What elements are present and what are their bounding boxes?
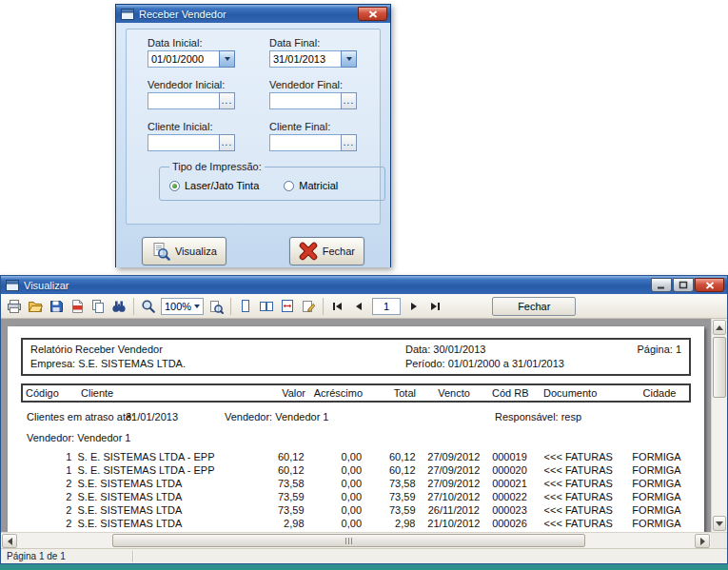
fechar-button[interactable]: Fechar	[289, 237, 364, 265]
vendedor-inicial-label: Vendedor Inicial:	[148, 79, 235, 90]
data-final-input[interactable]	[269, 50, 341, 68]
cell-valor: 2,98	[253, 517, 306, 530]
single-page-icon	[238, 299, 253, 314]
report-table-row: 2 S.E. SISTEMAS LTDA 73,58 0,00 73,58 27…	[19, 477, 693, 490]
desktop: Receber Vendedor Data Inicial: Data	[0, 0, 728, 570]
close-icon	[705, 282, 715, 289]
field-cliente-inicial: Cliente Inicial: ...	[148, 121, 235, 151]
pdf-export-button[interactable]	[68, 297, 87, 316]
zoom-button[interactable]	[139, 297, 158, 316]
page-multi-button[interactable]	[257, 297, 276, 316]
radio-laser-jato-tinta[interactable]: Laser/Jato Tinta	[169, 180, 259, 191]
visualiza-button[interactable]: Visualiza	[142, 237, 226, 265]
receber-vendedor-window: Receber Vendedor Data Inicial: Data	[115, 4, 391, 267]
page-single-button[interactable]	[236, 297, 255, 316]
dialog-close-button[interactable]	[358, 7, 387, 21]
cell-documento: <<< FATURAS	[541, 503, 630, 517]
toolbar-separator	[323, 298, 324, 315]
first-page-button[interactable]	[328, 297, 347, 316]
cell-vencto: 27/09/2012	[419, 477, 490, 490]
cell-total: 60,12	[364, 450, 418, 463]
page-width-icon	[280, 299, 295, 314]
cell-codigo: 1	[19, 450, 74, 463]
subtotal-acrescimo: 0,00	[307, 530, 365, 532]
cell-cidade: FORMIGA	[629, 477, 693, 490]
vertical-scroll-thumb[interactable]	[713, 337, 726, 398]
multi-page-icon	[259, 299, 274, 314]
cell-cidade: FORMIGA	[629, 503, 693, 517]
report-rows: 1 S. E. SISTEMAS LTDA - EPP 60,12 0,00 6…	[19, 450, 693, 530]
cliente-final-lookup-button[interactable]: ...	[341, 134, 357, 151]
cliente-inicial-input[interactable]	[148, 134, 219, 151]
horizontal-scroll-thumb[interactable]	[112, 534, 585, 547]
viewer-titlebar[interactable]: Visualizar	[1, 276, 727, 294]
last-page-icon	[428, 300, 442, 313]
data-inicial-input[interactable]	[148, 50, 219, 68]
report-page: Relatório Receber Vendedor Data: 30/01/2…	[8, 326, 704, 532]
visualizar-window: Visualizar	[0, 275, 728, 564]
cell-valor: 73,59	[253, 503, 306, 517]
zoom-page-button[interactable]	[207, 297, 226, 316]
radio-matricial[interactable]: Matricial	[284, 180, 338, 191]
cell-documento: <<< FATURAS	[541, 477, 630, 490]
scroll-down-button[interactable]	[713, 516, 726, 531]
cliente-final-input[interactable]	[269, 134, 341, 151]
next-page-icon	[407, 300, 421, 313]
cell-valor: 60,12	[253, 450, 306, 463]
atraso-label: Clientes em atraso até:	[27, 411, 134, 423]
open-folder-icon	[28, 299, 43, 314]
edit-page-button[interactable]	[299, 297, 318, 316]
prev-page-button[interactable]	[349, 297, 368, 316]
maximize-button[interactable]	[673, 278, 694, 292]
print-button[interactable]	[5, 297, 24, 316]
dialog-titlebar[interactable]: Receber Vendedor	[116, 5, 390, 23]
radio-icon	[284, 181, 294, 191]
report-table-row: 2 S.E. SISTEMAS LTDA 73,59 0,00 73,59 26…	[19, 503, 693, 517]
page-width-button[interactable]	[278, 297, 297, 316]
copy-button[interactable]	[89, 297, 108, 316]
data-final-dropdown-button[interactable]	[341, 50, 357, 68]
search-button[interactable]	[109, 297, 128, 316]
cell-total: 73,59	[364, 503, 418, 517]
viewer-title: Visualizar	[24, 280, 650, 291]
cell-valor: 60,12	[253, 463, 306, 477]
binoculars-icon	[111, 299, 127, 314]
scroll-right-button[interactable]	[695, 534, 710, 548]
last-page-button[interactable]	[425, 297, 444, 316]
save-button[interactable]	[47, 297, 66, 316]
open-button[interactable]	[26, 297, 45, 316]
field-vendedor-final: Vendedor Final: ...	[269, 79, 357, 109]
vendedor-inicial-input[interactable]	[148, 92, 219, 109]
horizontal-scroll-track[interactable]	[18, 533, 694, 548]
vendedor-inicial-lookup-button[interactable]: ...	[219, 92, 235, 109]
report-header-box: Relatório Receber Vendedor Data: 30/01/2…	[21, 338, 691, 376]
col-header-codigo: Código	[23, 385, 78, 401]
ellipsis-icon: ...	[344, 97, 354, 105]
scroll-up-button[interactable]	[713, 320, 726, 335]
cell-cod-rb: 000021	[489, 477, 541, 490]
cell-cidade: FORMIGA	[629, 517, 693, 530]
zoom-select[interactable]: 100%	[161, 298, 204, 315]
field-cliente-final: Cliente Final: ...	[269, 121, 357, 151]
data-inicial-label: Data Inicial:	[148, 37, 235, 49]
data-inicial-dropdown-button[interactable]	[219, 50, 235, 68]
ellipsis-icon: ...	[344, 139, 354, 147]
minimize-icon	[657, 282, 666, 289]
status-page-text: Página 1 de 1	[7, 551, 66, 561]
viewer-close-button[interactable]	[695, 278, 724, 292]
cell-cidade: FORMIGA	[629, 490, 693, 503]
report-table-row: 1 S. E. SISTEMAS LTDA - EPP 60,12 0,00 6…	[19, 463, 693, 477]
vendedor-final-input[interactable]	[269, 92, 341, 109]
vendedor-final-lookup-button[interactable]: ...	[341, 92, 357, 109]
cliente-inicial-lookup-button[interactable]: ...	[219, 134, 235, 151]
cell-cidade: FORMIGA	[629, 450, 693, 463]
scroll-left-button[interactable]	[2, 534, 17, 548]
page-number-input[interactable]	[372, 298, 401, 315]
arrow-down-icon	[716, 521, 723, 526]
horizontal-scrollbar[interactable]	[1, 532, 727, 548]
viewer-fechar-button[interactable]: Fechar	[492, 297, 576, 316]
minimize-button[interactable]	[651, 278, 672, 292]
vertical-scrollbar[interactable]	[711, 319, 727, 532]
cell-vencto: 27/09/2012	[419, 450, 490, 463]
next-page-button[interactable]	[404, 297, 423, 316]
